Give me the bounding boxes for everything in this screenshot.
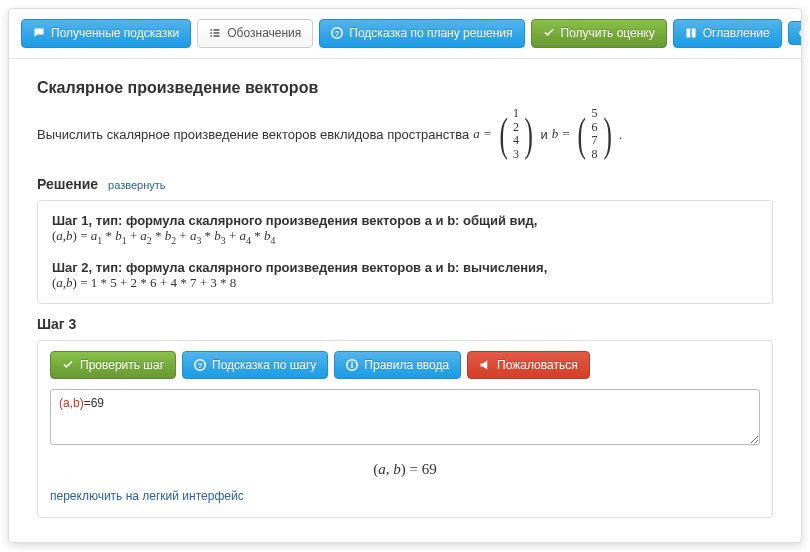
problem-period: .	[619, 127, 623, 142]
answer-toolbar: Проверить шаг ? Подсказка по шагу Правил…	[50, 351, 760, 380]
input-rules-label: Правила ввода	[364, 357, 449, 374]
notation-label: Обозначения	[227, 25, 301, 42]
b-symbol: b =	[552, 126, 571, 141]
step-hint-button[interactable]: ? Подсказка по шагу	[182, 351, 328, 380]
svg-rect-5	[214, 36, 220, 38]
step-2-title: Шаг 2, тип: формула скалярного произведе…	[52, 260, 758, 275]
svg-text:?: ?	[198, 361, 203, 370]
content-area: Скалярное произведение векторов Вычислит…	[9, 59, 801, 543]
step-1-formula: (a,b) = a1 * b1 + a2 * b2 + a3 * b3 + a4…	[52, 228, 758, 246]
step-2: Шаг 2, тип: формула скалярного произведе…	[52, 260, 758, 291]
solution-heading: Решение	[37, 176, 98, 192]
check-icon	[62, 359, 74, 371]
problem-and: и	[540, 127, 547, 142]
step-2-formula: (a,b) = 1 * 5 + 2 * 6 + 4 * 7 + 3 * 8	[52, 275, 758, 291]
svg-rect-3	[214, 33, 220, 35]
svg-rect-11	[352, 364, 354, 368]
a-symbol: a =	[473, 126, 492, 141]
toc-label: Оглавление	[703, 25, 770, 42]
svg-rect-0	[211, 30, 213, 32]
book-icon	[685, 27, 697, 39]
check-step-label: Проверить шаг	[80, 357, 164, 374]
complain-label: Пожаловаться	[497, 357, 578, 374]
expand-link[interactable]: развернуть	[108, 179, 165, 191]
megaphone-icon	[479, 359, 491, 371]
rendered-answer: (a, b) = 69	[50, 461, 760, 478]
question-icon: ?	[194, 359, 206, 371]
svg-rect-2	[211, 33, 213, 35]
refresh-button[interactable]	[788, 21, 802, 45]
svg-rect-4	[211, 36, 213, 38]
vector-b: ( 5 6 7 8 )	[574, 107, 615, 162]
problem-prefix: Вычислить скалярное произведение векторо…	[37, 127, 469, 142]
toc-button[interactable]: Оглавление	[673, 19, 782, 48]
get-grade-button[interactable]: Получить оценку	[531, 19, 667, 48]
answer-input[interactable]: (a,b)=69	[50, 389, 760, 445]
steps-box: Шаг 1, тип: формула скалярного произведе…	[37, 200, 773, 304]
answer-box: Проверить шаг ? Подсказка по шагу Правил…	[37, 340, 773, 519]
list-icon	[209, 27, 221, 39]
page-title: Скалярное произведение векторов	[37, 79, 773, 97]
svg-rect-1	[214, 30, 220, 32]
comment-icon	[33, 27, 45, 39]
svg-rect-12	[352, 362, 354, 364]
info-icon	[346, 359, 358, 371]
received-hints-button[interactable]: Полученные подсказки	[21, 19, 191, 48]
received-hints-label: Полученные подсказки	[51, 25, 179, 42]
plan-hint-label: Подсказка по плану решения	[349, 25, 512, 42]
check-step-button[interactable]: Проверить шаг	[50, 351, 176, 380]
step-1: Шаг 1, тип: формула скалярного произведе…	[52, 213, 758, 246]
input-rules-button[interactable]: Правила ввода	[334, 351, 461, 380]
top-toolbar: Полученные подсказки Обозначения ? Подск…	[9, 9, 801, 59]
vector-a: ( 1 2 4 3 )	[496, 107, 537, 162]
solution-header: Решение развернуть	[37, 176, 773, 192]
step-3-heading: Шаг 3	[37, 316, 773, 332]
refresh-icon	[797, 27, 802, 39]
get-grade-label: Получить оценку	[561, 25, 655, 42]
page-window: Полученные подсказки Обозначения ? Подск…	[8, 8, 802, 543]
complain-button[interactable]: Пожаловаться	[467, 351, 590, 380]
plan-hint-button[interactable]: ? Подсказка по плану решения	[319, 19, 524, 48]
notation-button[interactable]: Обозначения	[197, 19, 313, 48]
step-1-title: Шаг 1, тип: формула скалярного произведе…	[52, 213, 758, 228]
problem-statement: Вычислить скалярное произведение векторо…	[37, 107, 773, 162]
question-icon: ?	[331, 27, 343, 39]
svg-text:?: ?	[335, 29, 340, 38]
check-icon	[543, 27, 555, 39]
switch-interface-link[interactable]: переключить на легкий интерфейс	[50, 489, 244, 503]
step-hint-label: Подсказка по шагу	[212, 357, 316, 374]
